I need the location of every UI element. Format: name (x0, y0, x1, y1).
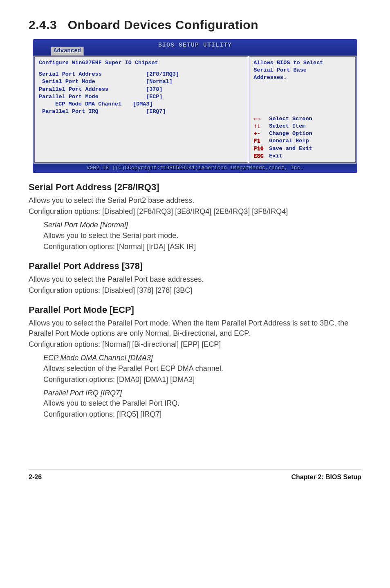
nav-key: F1 (253, 137, 269, 145)
desc-text: Configuration options: [Disabled] [2F8/I… (29, 206, 361, 217)
desc-text: Allows you to select the Serial port mod… (43, 231, 361, 241)
desc-text: Configuration options: [DMA0] [DMA1] [DM… (43, 375, 361, 385)
desc-text: Configuration options: [Normal] [IrDA] [… (43, 242, 361, 252)
table-row[interactable]: ECP Mode DMA Channel[DMA3] (39, 101, 179, 108)
nav-desc: Save and Exit (269, 146, 312, 152)
nav-key: +- (253, 130, 269, 137)
nav-desc: Exit (269, 153, 282, 159)
setting-label: ECP Mode DMA Channel (39, 101, 121, 108)
setting-label: Parallel Port Mode (39, 93, 121, 101)
setting-value: [2F8/IRQ3] (121, 71, 179, 78)
bios-copyright: v002.58 ((C)CCopyright:t1985520041)iAmer… (34, 164, 356, 172)
desc-text: Configuration options: [IRQ5] [IRQ7] (43, 409, 361, 420)
nav-key: ↑↓ (253, 123, 269, 130)
table-row[interactable]: Parallel Port Mode[ECP] (39, 93, 179, 101)
bios-titlebar: BIOS SETUP UTILITY Advanced (34, 40, 356, 56)
table-row[interactable]: Parallel Port IRQ[IRQ7] (39, 108, 179, 115)
setting-label: Serial Port Mode (39, 78, 121, 85)
bios-tab-advanced[interactable]: Advanced (51, 47, 84, 56)
heading-ecp-dma: ECP Mode DMA Channel [DMA3] (43, 353, 361, 363)
help-line: Allows BIOS to Select (253, 59, 351, 67)
setting-value: [378] (121, 86, 179, 93)
setting-value: [Normal] (121, 78, 179, 85)
section-title: 2.4.3 Onboard Devices Configuration (29, 16, 361, 34)
sub-option-block: Parallel Port IRQ [IRQ7] Allows you to s… (43, 388, 361, 420)
setting-label: Serial Port Address (39, 71, 121, 78)
bios-config-pane: Configure Win627EHF Super IO Chipset Ser… (34, 56, 248, 163)
nav-desc: Select Screen (269, 116, 312, 122)
sub-option-block: ECP Mode DMA Channel [DMA3] Allows selec… (43, 353, 361, 385)
nav-key: ←→ (253, 115, 269, 123)
nav-key: F10 (253, 145, 269, 153)
bios-config-header: Configure Win627EHF Super IO Chipset (39, 59, 244, 67)
page-number: 2-26 (29, 473, 42, 482)
nav-key: ESC (253, 153, 269, 160)
table-row[interactable]: Serial Port Mode[Normal] (39, 78, 179, 85)
heading-parallel-port-mode: Parallel Port Mode [ECP] (29, 304, 361, 316)
section-name: Onboard Devices Configuration (68, 18, 258, 31)
bios-window: BIOS SETUP UTILITY Advanced Configure Wi… (33, 39, 357, 173)
bios-help-pane: Allows BIOS to Select Serial Port Base A… (249, 56, 356, 163)
desc-text: Allows you to select the Parallel Port m… (29, 318, 361, 339)
setting-value: [ECP] (121, 93, 179, 101)
bios-body: Configure Win627EHF Super IO Chipset Ser… (34, 56, 356, 164)
bios-settings-table: Serial Port Address[2F8/IRQ3] Serial Por… (39, 71, 179, 115)
help-line: Addresses. (253, 74, 351, 81)
help-line: Serial Port Base (253, 67, 351, 74)
desc-text: Allows you to select the Parallel Port I… (43, 398, 361, 408)
heading-serial-port-address: Serial Port Address [2F8/IRQ3] (29, 181, 361, 194)
desc-text: Allows you to select the Serial Port2 ba… (29, 195, 361, 206)
heading-serial-port-mode: Serial Port Mode [Normal] (43, 220, 361, 230)
chapter-label: Chapter 2: BIOS Setup (291, 473, 361, 482)
section-number: 2.4.3 (29, 18, 57, 31)
heading-parallel-port-address: Parallel Port Address [378] (29, 260, 361, 273)
bios-nav-legend: ←→Select Screen ↑↓Select Item +-Change O… (253, 115, 351, 160)
setting-value: [IRQ7] (121, 108, 179, 115)
nav-desc: Select Item (269, 123, 305, 129)
desc-text: Configuration options: [Disabled] [378] … (29, 285, 361, 296)
sub-option-block: Serial Port Mode [Normal] Allows you to … (43, 220, 361, 252)
table-row[interactable]: Serial Port Address[2F8/IRQ3] (39, 71, 179, 78)
nav-desc: Change Option (269, 130, 312, 137)
desc-text: Configuration options: [Normal] [Bi-dire… (29, 339, 361, 350)
table-row[interactable]: Parallel Port Address[378] (39, 86, 179, 93)
setting-value: [DMA3] (121, 101, 179, 108)
bios-help-text: Allows BIOS to Select Serial Port Base A… (253, 59, 351, 82)
page-footer: 2-26 Chapter 2: BIOS Setup (29, 469, 361, 482)
setting-label: Parallel Port Address (39, 86, 121, 93)
setting-label: Parallel Port IRQ (39, 108, 121, 115)
desc-text: Allows you to select the Parallel Port b… (29, 274, 361, 285)
heading-parallel-port-irq: Parallel Port IRQ [IRQ7] (43, 388, 361, 398)
desc-text: Allows selection of the Parallel Port EC… (43, 364, 361, 374)
nav-desc: General Help (269, 138, 309, 144)
